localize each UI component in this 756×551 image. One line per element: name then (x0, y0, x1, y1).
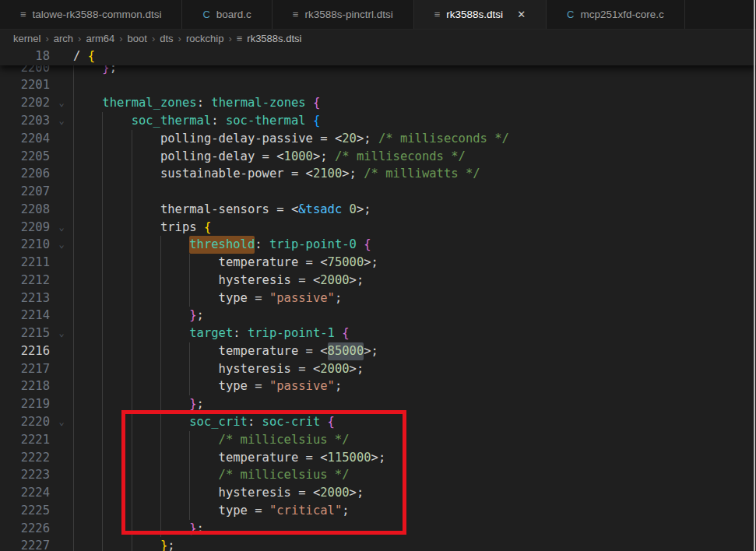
breadcrumb-file[interactable]: ≡rk3588s.dtsi (237, 33, 302, 44)
code-token: trip-point-1 (248, 325, 342, 342)
line-number: 2202 (0, 94, 50, 112)
code-line[interactable]: 2212hysteresis = <2000>; (0, 272, 756, 290)
code-line[interactable]: 2215⌄target: trip-point-1 { (0, 325, 756, 342)
chevron-down-icon[interactable]: ⌄ (50, 413, 73, 431)
line-number: 2217 (0, 360, 50, 378)
breadcrumb-separator: › (152, 33, 155, 44)
code-line-content: polling-delay-passive = <20>; /* millise… (73, 130, 756, 148)
chevron-down-icon[interactable]: ⌄ (50, 325, 73, 342)
code-token: >; (342, 165, 364, 183)
indent-guide (189, 290, 218, 307)
code-token: = (313, 130, 335, 148)
tab-rk3588s-pinctrl-dtsi[interactable]: ≡rk3588s-pinctrl.dtsi (273, 0, 414, 29)
indent-guide (73, 537, 102, 551)
code-token: : (197, 94, 212, 112)
indent-guide (132, 360, 160, 378)
code-token: 85000 (328, 342, 364, 360)
code-line[interactable]: 2216temperature = <85000>; (0, 342, 756, 360)
code-token: : (255, 236, 269, 254)
breadcrumb-item-arm64[interactable]: arm64 (86, 33, 114, 44)
code-token: < (320, 254, 327, 272)
fold-gutter (50, 183, 73, 201)
line-number: 2224 (0, 484, 50, 502)
code-token: { (88, 47, 95, 65)
indent-guide (73, 94, 102, 112)
code-token: 0 (350, 201, 357, 219)
indent-guide (73, 360, 102, 378)
code-line[interactable]: 2205polling-delay = <1000>; /* milliseco… (0, 148, 756, 166)
breadcrumb-item-rockchip[interactable]: rockchip (186, 33, 223, 44)
code-line[interactable]: 2218type = "passive"; (0, 377, 756, 395)
breadcrumb-item-dts[interactable]: dts (160, 33, 173, 44)
tab-rk3588s-dtsi[interactable]: ≡rk3588s.dtsi✕ (414, 0, 547, 29)
annotation-red-box (121, 410, 406, 535)
code-token: = (291, 360, 313, 378)
code-line[interactable]: 2201 (0, 76, 756, 94)
code-line[interactable]: 2206sustainable-power = <2100>; /* milli… (0, 165, 756, 183)
indent-guide (102, 325, 131, 342)
close-icon[interactable]: ✕ (517, 9, 526, 20)
indent-guide (73, 502, 102, 520)
code-token: < (306, 165, 313, 183)
chevron-down-icon[interactable]: ⌄ (50, 219, 73, 237)
fold-gutter (50, 307, 73, 325)
code-token: < (313, 360, 320, 378)
fold-gutter (50, 130, 73, 148)
breadcrumb-item-kernel[interactable]: kernel (13, 33, 40, 44)
scrollbar[interactable] (754, 0, 755, 551)
code-line[interactable]: 2213type = "passive"; (0, 290, 756, 307)
code-token: hysteresis (219, 360, 291, 378)
indent-guide (102, 112, 131, 130)
code-line[interactable]: 2211temperature = <75000>; (0, 254, 756, 272)
indent-guide (102, 148, 131, 166)
code-line[interactable]: 2217hysteresis = <2000>; (0, 360, 756, 378)
chevron-down-icon[interactable]: ⌄ (50, 112, 73, 130)
line-number: 2210 (0, 236, 50, 254)
indent-guide (102, 183, 131, 201)
indent-guide (189, 272, 218, 290)
indent-guide (73, 520, 102, 538)
line-number: 2216 (0, 342, 50, 360)
code-token: ; (335, 377, 342, 395)
editor[interactable]: 2200};22012202⌄thermal_zones: thermal-zo… (0, 47, 756, 551)
code-line[interactable]: 2203⌄soc_thermal: soc-thermal { (0, 112, 756, 130)
fold-gutter (50, 520, 73, 538)
tab-talowe-rk3588-common-dtsi[interactable]: ≡talowe-rk3588-common.dtsi (0, 0, 182, 29)
code-line[interactable]: 2207 (0, 183, 756, 201)
indent-guide (73, 466, 102, 484)
code-line[interactable]: 2208thermal-sensors = <&tsadc 0>; (0, 201, 756, 219)
tab-label: rk3588s.dtsi (446, 9, 503, 20)
code-token: : (233, 325, 248, 342)
code-line-content: temperature = <75000>; (73, 254, 756, 272)
code-token: temperature (219, 342, 299, 360)
code-token: temperature (219, 254, 299, 272)
breadcrumb-item-boot[interactable]: boot (128, 33, 147, 44)
dts-file-icon: ≡ (434, 9, 441, 19)
chevron-down-icon[interactable]: ⌄ (50, 94, 73, 112)
code-line[interactable]: 2227}; (0, 537, 756, 551)
code-line[interactable]: 2210⌄threshold: trip-point-0 { (0, 236, 756, 254)
fold-gutter (50, 290, 73, 307)
indent-guide (73, 413, 102, 431)
c-file-icon: C (202, 9, 209, 19)
indent-guide (73, 130, 102, 148)
code-line[interactable]: 2202⌄thermal_zones: thermal-zones { (0, 94, 756, 112)
sticky-scroll-line[interactable]: 18 / { (0, 47, 756, 65)
fold-gutter (50, 537, 73, 551)
code-token: >; (357, 201, 371, 219)
fold-gutter (50, 395, 73, 413)
code-token: >; (364, 342, 378, 360)
tab-label: talowe-rk3588-common.dtsi (33, 9, 162, 20)
tab-mcp251xfd-core-c[interactable]: Cmcp251xfd-core.c (547, 0, 685, 29)
indent-guide (73, 325, 102, 342)
code-line[interactable]: 2214}; (0, 307, 756, 325)
code-line[interactable]: 2209⌄trips { (0, 219, 756, 237)
indent-guide (189, 254, 218, 272)
tab-board-c[interactable]: Cboard.c (182, 0, 272, 29)
fold-gutter (50, 254, 73, 272)
code-line[interactable]: 2204polling-delay-passive = <20>; /* mil… (0, 130, 756, 148)
indent-guide (73, 219, 102, 237)
line-number: 2223 (0, 466, 50, 484)
breadcrumb-item-arch[interactable]: arch (54, 33, 73, 44)
chevron-down-icon[interactable]: ⌄ (50, 236, 73, 254)
